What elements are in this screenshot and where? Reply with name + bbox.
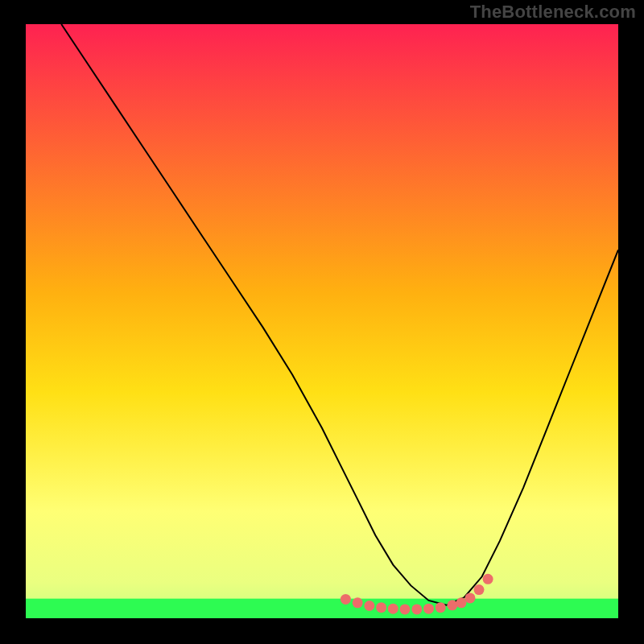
dot bbox=[341, 594, 351, 605]
dot bbox=[465, 592, 476, 603]
dot bbox=[376, 602, 386, 613]
dot bbox=[388, 604, 398, 614]
chart-stage: { "watermark": "TheBottleneck.com", "col… bbox=[0, 0, 644, 644]
green-band bbox=[26, 599, 618, 618]
dot bbox=[474, 584, 485, 595]
dot bbox=[423, 604, 434, 614]
dot bbox=[483, 574, 493, 584]
dot bbox=[411, 604, 422, 614]
dot bbox=[400, 604, 411, 614]
dot bbox=[456, 597, 467, 608]
plot-background bbox=[26, 24, 618, 618]
dot bbox=[436, 602, 446, 613]
dot bbox=[364, 601, 374, 611]
chart-svg bbox=[0, 0, 644, 644]
dot bbox=[353, 597, 363, 608]
watermark: TheBottleneck.com bbox=[470, 2, 636, 23]
dot bbox=[447, 600, 457, 610]
